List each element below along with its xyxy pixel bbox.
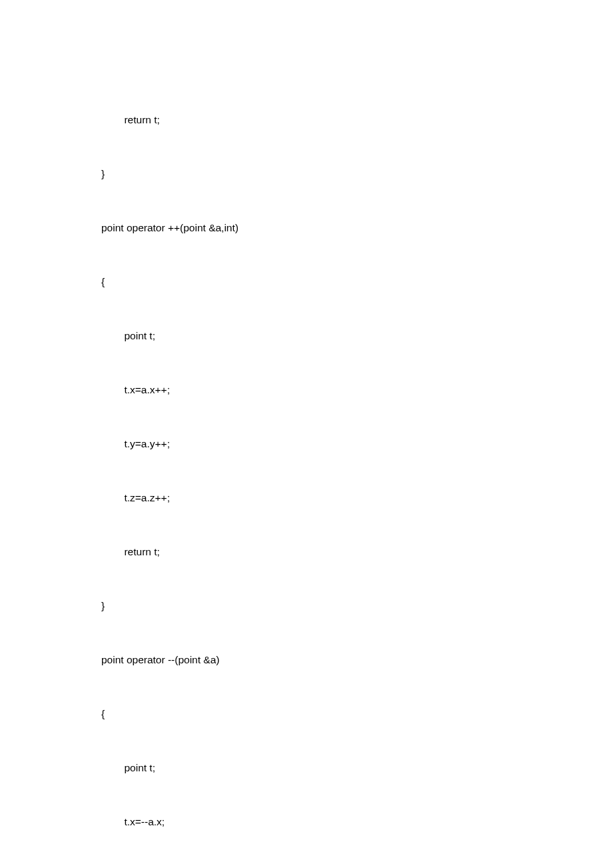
code-line: t.x=--a.x; bbox=[101, 813, 512, 831]
code-line: return t; bbox=[101, 111, 512, 129]
code-line: point t; bbox=[101, 327, 512, 345]
code-line: t.z=a.z++; bbox=[101, 489, 512, 507]
code-line: { bbox=[101, 273, 512, 291]
code-line: point operator --(point &a) bbox=[101, 651, 512, 669]
code-line: } bbox=[101, 597, 512, 615]
code-line: t.x=a.x++; bbox=[101, 381, 512, 399]
code-line: } bbox=[101, 165, 512, 183]
code-line: return t; bbox=[101, 543, 512, 561]
code-line: point t; bbox=[101, 759, 512, 777]
code-block: return t; } point operator ++(point &a,i… bbox=[101, 75, 512, 868]
code-line: { bbox=[101, 705, 512, 723]
code-line: t.y=a.y++; bbox=[101, 435, 512, 453]
code-line: point operator ++(point &a,int) bbox=[101, 219, 512, 237]
